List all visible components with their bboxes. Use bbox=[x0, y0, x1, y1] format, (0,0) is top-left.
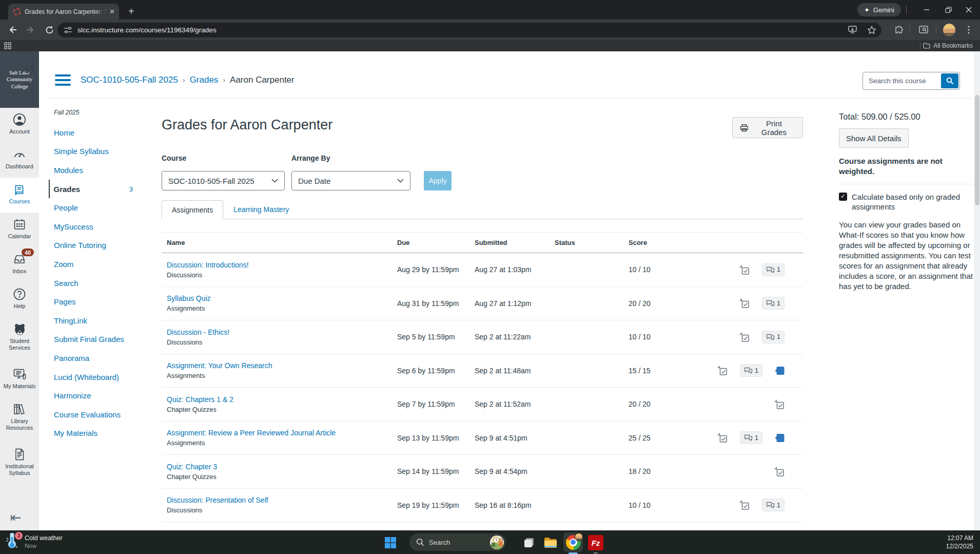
submission-comments-button[interactable]: 1 bbox=[740, 364, 762, 377]
rubric-icon[interactable] bbox=[717, 432, 728, 443]
filezilla-icon[interactable]: Fz bbox=[588, 535, 603, 550]
taskbar-search[interactable]: Search bbox=[409, 533, 506, 551]
sidebar-item-courses[interactable]: Courses bbox=[0, 178, 39, 213]
course-nav-zoom[interactable]: Zoom bbox=[54, 255, 140, 274]
weather-widget[interactable]: 3 Cold weather Now bbox=[5, 533, 63, 550]
assignment-link[interactable]: Discussion: Presentation of Self bbox=[167, 496, 392, 504]
rubric-icon[interactable] bbox=[739, 298, 750, 309]
assignment-link[interactable]: Discussion: Introductions! bbox=[167, 261, 392, 269]
print-grades-button[interactable]: Print Grades bbox=[732, 117, 803, 138]
sidebar-item-inbox[interactable]: 40 Inbox bbox=[0, 247, 39, 282]
arrange-by-select[interactable]: Due Date bbox=[291, 171, 410, 190]
slcc-logo[interactable]: Salt Lake Community College bbox=[0, 51, 39, 108]
profile-avatar[interactable] bbox=[943, 24, 955, 36]
sidebar-item-dashboard[interactable]: Dashboard bbox=[0, 143, 39, 178]
submission-comments-button[interactable]: 1 bbox=[762, 499, 785, 511]
submission-comments-button[interactable]: 1 bbox=[740, 431, 762, 444]
course-nav-my-materials[interactable]: My Materials bbox=[54, 424, 140, 443]
sidebar-item-help[interactable]: Help bbox=[0, 282, 39, 317]
sidebar-item-student-services[interactable]: Student Services bbox=[0, 317, 39, 362]
minimize-button[interactable] bbox=[916, 0, 937, 20]
page-scrollbar[interactable] bbox=[974, 51, 980, 554]
forward-icon[interactable] bbox=[25, 24, 37, 36]
course-select[interactable]: SOC-1010-505-Fall 2025 bbox=[162, 171, 285, 190]
course-nav-harmonize[interactable]: Harmonize bbox=[54, 386, 140, 405]
rubric-icon[interactable] bbox=[774, 466, 785, 477]
tab-learning-mastery[interactable]: Learning Mastery bbox=[233, 205, 289, 214]
course-nav-panorama[interactable]: Panorama bbox=[54, 349, 140, 368]
course-search-button[interactable] bbox=[941, 73, 958, 88]
close-button[interactable] bbox=[958, 0, 979, 20]
rubric-icon[interactable] bbox=[717, 365, 728, 376]
sidebar-item-library-resources[interactable]: Library Resources bbox=[0, 397, 39, 443]
task-view-icon[interactable] bbox=[520, 534, 538, 551]
sidebar-item-my-materials[interactable]: My Materials bbox=[0, 362, 39, 397]
collapse-sidebar-icon[interactable]: ⇤ bbox=[10, 510, 22, 526]
new-tab-button[interactable]: + bbox=[128, 5, 134, 17]
bookmark-star-icon[interactable] bbox=[867, 26, 876, 34]
assignment-link[interactable]: Quiz: Chapter 3 bbox=[167, 463, 392, 471]
table-row[interactable]: Assignment: Review a Peer Reviewed Journ… bbox=[162, 422, 803, 455]
assignment-link[interactable]: Assignment: Your Own Research bbox=[167, 361, 392, 370]
course-nav-course-evaluations[interactable]: Course Evaluations bbox=[54, 405, 140, 424]
assignment-link[interactable]: Assignment: Review a Peer Reviewed Journ… bbox=[167, 429, 392, 437]
course-nav-people[interactable]: People bbox=[54, 198, 140, 217]
submission-comments-button[interactable]: 1 bbox=[762, 297, 785, 310]
course-nav-lucid-whiteboard-[interactable]: Lucid (Whiteboard) bbox=[54, 368, 140, 387]
tab-close-icon[interactable]: ✕ bbox=[109, 8, 115, 15]
sidebar-item-calendar[interactable]: Calendar bbox=[0, 213, 39, 247]
rubric-icon[interactable] bbox=[739, 264, 750, 275]
table-row[interactable]: Quiz: Chapter 3 Chapter Quizzes Sep 14 b… bbox=[162, 455, 803, 489]
browser-tab[interactable]: Grades for Aaron Carpenter: SO ✕ bbox=[8, 4, 119, 20]
sidebar-item-account[interactable]: Account bbox=[0, 108, 39, 143]
table-row[interactable]: Quiz: Chapters 1 & 2 Chapter Quizzes Sep… bbox=[162, 388, 803, 422]
extensions-icon[interactable] bbox=[893, 24, 905, 36]
sidebar-search-icon[interactable] bbox=[917, 24, 930, 36]
annotation-feedback-icon[interactable] bbox=[775, 366, 785, 376]
course-nav-submit-final-grades[interactable]: Submit Final Grades bbox=[54, 330, 140, 349]
start-button[interactable] bbox=[382, 534, 399, 551]
course-nav-simple-syllabus[interactable]: Simple Syllabus bbox=[54, 142, 140, 161]
tune-icon[interactable] bbox=[64, 26, 72, 34]
course-search-input[interactable] bbox=[863, 77, 941, 85]
submission-comments-button[interactable]: 1 bbox=[762, 263, 785, 276]
maximize-button[interactable] bbox=[938, 0, 958, 20]
rubric-icon[interactable] bbox=[774, 399, 785, 410]
gemini-button[interactable]: ✦ Gemini bbox=[857, 3, 901, 16]
menu-hamburger-icon[interactable] bbox=[55, 74, 71, 88]
course-nav-online-tutoring[interactable]: Online Tutoring bbox=[54, 236, 140, 255]
chrome-taskbar-icon[interactable] bbox=[563, 532, 583, 552]
url-text[interactable]: slcc.instructure.com/courses/1196349/gra… bbox=[77, 26, 848, 34]
submission-comments-button[interactable]: 1 bbox=[762, 331, 785, 343]
course-nav-mysuccess[interactable]: MySuccess bbox=[54, 217, 140, 236]
annotation-feedback-icon[interactable] bbox=[775, 433, 785, 443]
course-nav-grades[interactable]: Grades3 bbox=[49, 180, 140, 199]
table-row[interactable]: Assignment: Your Own Research Assignment… bbox=[162, 354, 803, 388]
all-bookmarks-button[interactable]: All Bookmarks bbox=[923, 40, 973, 51]
table-row[interactable]: Discussion: Presentation of Self Discuss… bbox=[162, 489, 803, 523]
search-highlight-icon[interactable] bbox=[490, 536, 504, 549]
taskbar-clock[interactable]: 12:07 AM 12/2/2025 bbox=[946, 534, 973, 550]
calc-graded-only-row[interactable]: ✓ Calculate based only on graded assignm… bbox=[839, 192, 975, 212]
calc-graded-only-checkbox[interactable]: ✓ bbox=[839, 193, 847, 201]
assignment-link[interactable]: Discussion - Ethics! bbox=[167, 328, 392, 336]
tab-assignments[interactable]: Assignments bbox=[162, 200, 223, 219]
install-icon[interactable] bbox=[848, 26, 858, 34]
file-explorer-icon[interactable] bbox=[542, 534, 559, 551]
page-scrollbar-thumb[interactable] bbox=[975, 95, 979, 205]
table-row[interactable]: Discussion: Introductions! Discussions A… bbox=[162, 253, 803, 287]
rubric-icon[interactable] bbox=[739, 332, 750, 342]
table-row[interactable]: Discussion - Ethics! Discussions Sep 5 b… bbox=[162, 320, 803, 354]
course-nav-modules[interactable]: Modules bbox=[54, 161, 140, 180]
assignment-link[interactable]: Quiz: Chapters 1 & 2 bbox=[167, 395, 392, 404]
back-icon[interactable] bbox=[6, 24, 18, 36]
course-nav-search[interactable]: Search bbox=[54, 274, 140, 293]
address-bar[interactable]: slcc.instructure.com/courses/1196349/gra… bbox=[57, 23, 881, 37]
apps-grid-icon[interactable] bbox=[4, 42, 11, 49]
reload-icon[interactable] bbox=[43, 24, 55, 36]
table-row[interactable]: Syllabus Quiz Assignments Aug 31 by 11:5… bbox=[162, 287, 803, 321]
assignment-link[interactable]: Syllabus Quiz bbox=[167, 294, 392, 302]
apply-button[interactable]: Apply bbox=[424, 171, 452, 190]
course-nav-pages[interactable]: Pages bbox=[54, 292, 140, 311]
rubric-icon[interactable] bbox=[739, 500, 750, 510]
